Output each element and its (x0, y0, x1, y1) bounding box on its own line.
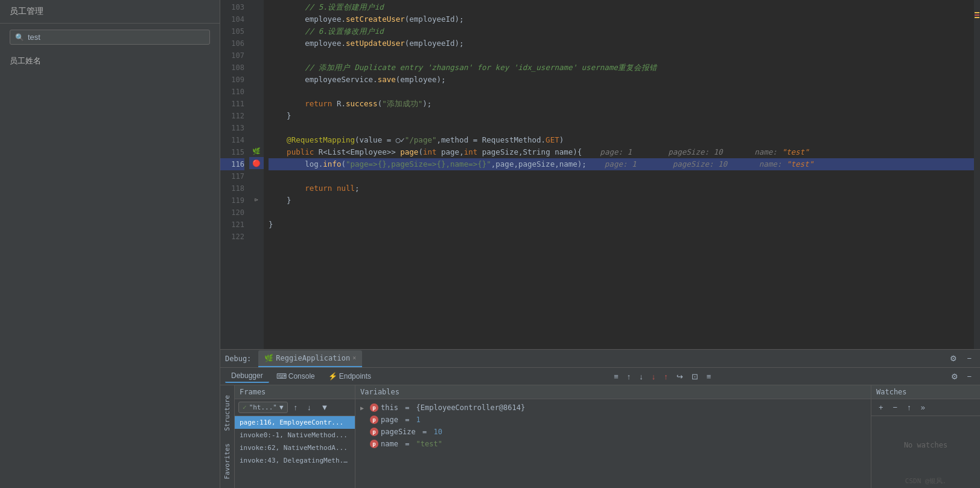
watermark: CSDN @银风. (871, 474, 980, 488)
var-val-name: "test" (416, 440, 442, 448)
watches-content: No watches (871, 416, 980, 474)
var-page[interactable]: p page = 1 (355, 414, 871, 426)
var-icon-pagesize: p (370, 428, 378, 436)
var-icon-name: p (370, 440, 378, 448)
watches-up-button[interactable]: ↑ (903, 401, 915, 414)
var-name[interactable]: p name = "test" (355, 438, 871, 450)
code-line-121: } (269, 219, 974, 231)
frame-check-icon: ✓ (243, 403, 247, 411)
code-content: // 5.设置创建用户id employee.setCreateUser(emp… (264, 0, 974, 349)
debug-session-tabs: Debug: 🌿 ReggieApplication × ⚙ − (220, 350, 980, 368)
no-watches-text: No watches (904, 441, 947, 449)
code-line-113 (269, 122, 974, 134)
frame-dropdown-icon: ▼ (279, 403, 284, 411)
debug-label: Debug: (225, 355, 251, 363)
search-input[interactable] (28, 33, 205, 42)
var-arrow-this: ▶ (360, 405, 368, 411)
session-close-icon[interactable]: × (352, 355, 356, 361)
var-icon-this: p (370, 403, 378, 412)
var-name-pagesize: pageSize (381, 428, 416, 436)
search-icon: 🔍 (15, 33, 24, 42)
watches-panel: Watches + − ↑ » No watches CSDN @银风. (871, 385, 980, 488)
debug-minimize-button[interactable]: − (963, 352, 975, 365)
frames-toolbar: ✓ "ht..." ▼ ↑ ↓ ▼ (235, 399, 355, 416)
frames-title: Frames (240, 388, 266, 396)
code-line-108: // 添加用户 Duplicate entry 'zhangsan' for k… (269, 62, 974, 74)
var-pagesize[interactable]: p pageSize = 10 (355, 426, 871, 438)
var-val-pagesize: 10 (433, 428, 442, 436)
sidebar: 员工管理 🔍 员工姓名 (0, 0, 220, 488)
frame-select-label: "ht..." (249, 403, 277, 411)
code-line-104: employee.setCreateUser(employeeId); (269, 13, 974, 25)
frame-item-2[interactable]: invoke:62, NativeMethodA... (235, 441, 355, 454)
frame-item-3[interactable]: invoke:43, DelegatingMeth... (235, 454, 355, 467)
code-line-117 (269, 170, 974, 182)
session-icon: 🌿 (264, 354, 273, 362)
step-into-button[interactable]: ↓ (635, 370, 647, 383)
code-line-109: employeeService.save(employee); (269, 74, 974, 86)
code-line-110 (269, 86, 974, 98)
frames-header: Frames (235, 385, 355, 399)
frame-item-1[interactable]: invoke0:-1, NativeMethod... (235, 429, 355, 441)
minimap (974, 0, 980, 349)
variables-list: ▶ p this = {EmployeeController@8614} p p… (355, 399, 871, 488)
debug-toolbar: Debugger ⌨ Console ⚡ Endpoints ≡ ↑ ↓ ↓ ↑… (220, 368, 980, 385)
code-line-107 (269, 50, 974, 62)
employee-name-label: 员工姓名 (0, 51, 220, 69)
frame-select[interactable]: ✓ "ht..." ▼ (238, 402, 288, 413)
debug-settings-button[interactable]: ⚙ (946, 352, 961, 365)
line-numbers: 103 104 105 106 107 108 109 110 111 112 … (220, 0, 249, 349)
var-name-this: this (381, 403, 398, 412)
var-val-this: {EmployeeController@8614} (416, 403, 526, 412)
code-editor: 103 104 105 106 107 108 109 110 111 112 … (220, 0, 980, 349)
frames-list: page:116, EmployeeContr... invoke0:-1, N… (235, 416, 355, 488)
code-line-114: @RequestMapping(value = ◯✓"/page",method… (269, 134, 974, 146)
frames-down-button[interactable]: ↓ (304, 401, 315, 414)
endpoints-tab[interactable]: ⚡ Endpoints (322, 370, 377, 382)
panel-close-button[interactable]: − (963, 370, 975, 383)
debug-session-tab[interactable]: 🌿 ReggieApplication × (258, 350, 362, 367)
structure-tab[interactable]: Structure (221, 390, 234, 436)
run-cursor-button[interactable]: ↑ (660, 370, 672, 383)
code-line-105: // 6.设置修改用户id (269, 25, 974, 37)
frame-item-0[interactable]: page:116, EmployeeContr... (235, 416, 355, 429)
code-line-111: return R.success("添加成功"); (269, 98, 974, 110)
watches-more-button[interactable]: » (917, 401, 929, 414)
code-scroll[interactable]: 103 104 105 106 107 108 109 110 111 112 … (220, 0, 980, 349)
session-name: ReggieApplication (276, 354, 350, 362)
variables-header: Variables (355, 385, 871, 399)
side-tabs: Structure Favorites (220, 385, 235, 488)
step-over-button[interactable]: ↑ (623, 370, 635, 383)
frames-panel: Frames ✓ "ht..." ▼ ↑ ↓ ▼ page:116, Emplo… (235, 385, 355, 488)
debugger-tab[interactable]: Debugger (225, 370, 269, 383)
code-line-122 (269, 231, 974, 243)
var-name-name: name (381, 440, 398, 448)
var-icon-page: p (370, 416, 378, 424)
console-tab[interactable]: ⌨ Console (270, 370, 321, 382)
code-line-106: employee.setUpdateUser(employeeId); (269, 37, 974, 50)
search-area: 🔍 (0, 24, 220, 51)
watches-add-button[interactable]: + (875, 401, 887, 414)
frames-filter-button[interactable]: ▼ (317, 401, 332, 414)
code-line-115: public R<List<Employee>> page(int page,i… (269, 146, 974, 158)
mute-button[interactable]: ⊡ (688, 370, 702, 383)
var-this[interactable]: ▶ p this = {EmployeeController@8614} (355, 402, 871, 414)
watches-toolbar: + − ↑ » (871, 399, 980, 416)
sidebar-title: 员工管理 (0, 0, 220, 24)
watches-remove-button[interactable]: − (889, 401, 902, 414)
more-settings-button[interactable]: ≡ (703, 370, 715, 383)
frames-up-button[interactable]: ↑ (290, 401, 302, 414)
main-area: 103 104 105 106 107 108 109 110 111 112 … (220, 0, 980, 488)
panel-settings-button[interactable]: ⚙ (947, 370, 962, 383)
code-line-103: // 5.设置创建用户id (269, 1, 974, 13)
evaluate-button[interactable]: ↪ (673, 370, 687, 383)
debug-content: Structure Favorites Frames ✓ "ht..." ▼ ↑… (220, 385, 980, 488)
search-box[interactable]: 🔍 (10, 30, 210, 45)
code-line-119: } (269, 194, 974, 207)
resume-button[interactable]: ≡ (610, 370, 622, 383)
step-out-button[interactable]: ↓ (648, 370, 660, 383)
variables-title: Variables (360, 388, 399, 396)
code-line-118: return null; (269, 182, 974, 194)
favorites-tab[interactable]: Favorites (221, 438, 234, 484)
watches-title: Watches (876, 388, 907, 396)
